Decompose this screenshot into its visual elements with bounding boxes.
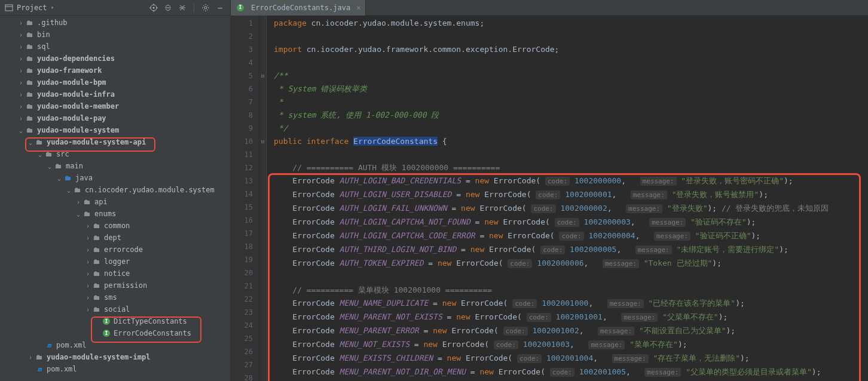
tree-module-pay[interactable]: ›🖿yudao-module-pay xyxy=(0,112,230,124)
tree-module-framework[interactable]: ›🖿yudao-framework xyxy=(0,64,230,76)
tree-module-infra[interactable]: ›🖿yudao-module-infra xyxy=(0,88,230,100)
chevron-down-icon[interactable]: ▾ xyxy=(51,4,54,11)
tree-module-member[interactable]: ›🖿yudao-module-member xyxy=(0,100,230,112)
tree-folder-notice[interactable]: ›🖿notice xyxy=(0,268,230,279)
tree-folder-permission[interactable]: ›🖿permission xyxy=(0,279,230,291)
tree-folder-dept[interactable]: ›🖿dept xyxy=(0,232,230,244)
tree-file-pom[interactable]: mpom.xml xyxy=(0,339,230,351)
tree-folder-github[interactable]: ›🖿.github xyxy=(0,17,230,29)
svg-rect-0 xyxy=(5,5,13,11)
project-title: Project xyxy=(17,4,47,12)
tree-folder-common[interactable]: ›🖿common xyxy=(0,220,230,232)
tree-folder-errorcode[interactable]: ›🖿errorcode xyxy=(0,244,230,256)
tree-file-pom2[interactable]: mpom.xml xyxy=(0,363,230,375)
tree-module-bpm[interactable]: ›🖿yudao-module-bpm xyxy=(0,76,230,88)
line-number-gutter: 1234567891011121314151617181920212223242… xyxy=(231,16,259,381)
tree-folder-src[interactable]: ⌄🖿src xyxy=(0,148,230,160)
tree-folder-logger[interactable]: ›🖿logger xyxy=(0,256,230,268)
tree-folder-java[interactable]: ⌄🖿java xyxy=(0,172,230,184)
tree-file-dicttype[interactable]: IDictTypeConstants xyxy=(0,315,230,327)
tree-folder-main[interactable]: ⌄🖿main xyxy=(0,160,230,172)
interface-icon: I xyxy=(236,4,245,11)
tree-folder-api[interactable]: ›🖿api xyxy=(0,196,230,208)
code-content[interactable]: package cn.iocoder.yudao.module.system.e… xyxy=(267,16,868,381)
tree-folder-bin[interactable]: ›🖿bin xyxy=(0,29,230,41)
editor-body[interactable]: 1234567891011121314151617181920212223242… xyxy=(231,16,868,381)
project-tree[interactable]: ›🖿.github ›🖿bin ›🖿sql ›🖿yudao-dependenci… xyxy=(0,16,230,381)
editor-area: I ErrorCodeConstants.java × 123456789101… xyxy=(231,0,868,381)
tree-module-system[interactable]: ⌄🖿yudao-module-system xyxy=(0,124,230,136)
tree-module-system-api[interactable]: ⌄🖿yudao-module-system-api xyxy=(0,136,230,148)
tree-module-system-impl[interactable]: ›🖿yudao-module-system-impl xyxy=(0,351,230,363)
project-header: Project ▾ − xyxy=(0,0,230,16)
project-panel: Project ▾ − ›🖿.github ›🖿bin ›🖿sql ›🖿yuda… xyxy=(0,0,231,381)
tree-file-errorcode[interactable]: IErrorCodeConstants xyxy=(0,327,230,339)
editor-tab-label: ErrorCodeConstants.java xyxy=(251,4,350,12)
expand-all-icon[interactable] xyxy=(163,2,173,13)
collapse-all-icon[interactable] xyxy=(177,2,188,13)
project-icon xyxy=(5,4,13,12)
editor-tabs: I ErrorCodeConstants.java × xyxy=(231,0,868,16)
tree-folder-enums[interactable]: ⌄🖿enums xyxy=(0,208,230,220)
hide-icon[interactable]: − xyxy=(215,2,225,13)
tree-folder-sms[interactable]: ›🖿sms xyxy=(0,291,230,303)
close-icon[interactable]: × xyxy=(356,4,360,12)
tree-module-deps[interactable]: ›🖿yudao-dependencies xyxy=(0,53,230,64)
svg-point-10 xyxy=(204,7,207,9)
editor-tab[interactable]: I ErrorCodeConstants.java × xyxy=(231,0,366,16)
fold-gutter[interactable]: ⊟⊟ xyxy=(259,16,267,381)
tree-folder-sql[interactable]: ›🖿sql xyxy=(0,41,230,53)
tree-package[interactable]: ⌄🖿cn.iocoder.yudao.module.system xyxy=(0,184,230,196)
locate-icon[interactable] xyxy=(148,2,159,13)
tree-folder-social[interactable]: ›🖿social xyxy=(0,303,230,315)
gear-icon[interactable] xyxy=(200,2,211,13)
svg-point-3 xyxy=(153,7,155,8)
